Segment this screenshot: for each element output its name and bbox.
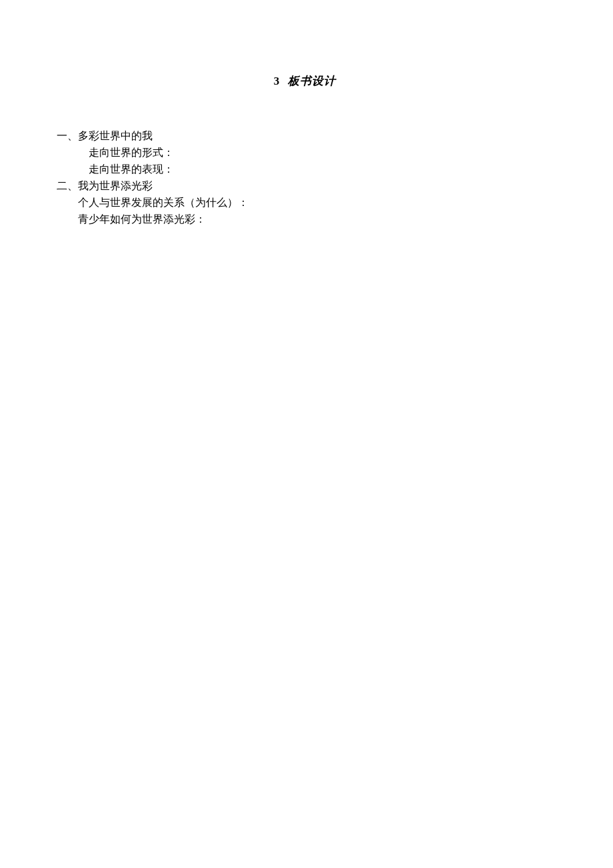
- section-2-heading: 二、我为世界添光彩: [57, 177, 553, 194]
- section-2-item-1: 个人与世界发展的关系（为什么）：: [57, 194, 553, 211]
- page-title: 3板书设计: [57, 73, 553, 89]
- section-2-item-2: 青少年如何为世界添光彩：: [57, 211, 553, 227]
- title-text: 板书设计: [288, 75, 336, 87]
- section-1-heading: 一、多彩世界中的我: [57, 127, 553, 144]
- content-body: 一、多彩世界中的我 走向世界的形式： 走向世界的表现： 二、我为世界添光彩 个人…: [57, 127, 553, 227]
- section-1-item-2: 走向世界的表现：: [57, 161, 553, 177]
- document-page: 3板书设计 一、多彩世界中的我 走向世界的形式： 走向世界的表现： 二、我为世界…: [0, 0, 613, 227]
- section-1-item-1: 走向世界的形式：: [57, 144, 553, 161]
- title-number: 3: [274, 75, 281, 87]
